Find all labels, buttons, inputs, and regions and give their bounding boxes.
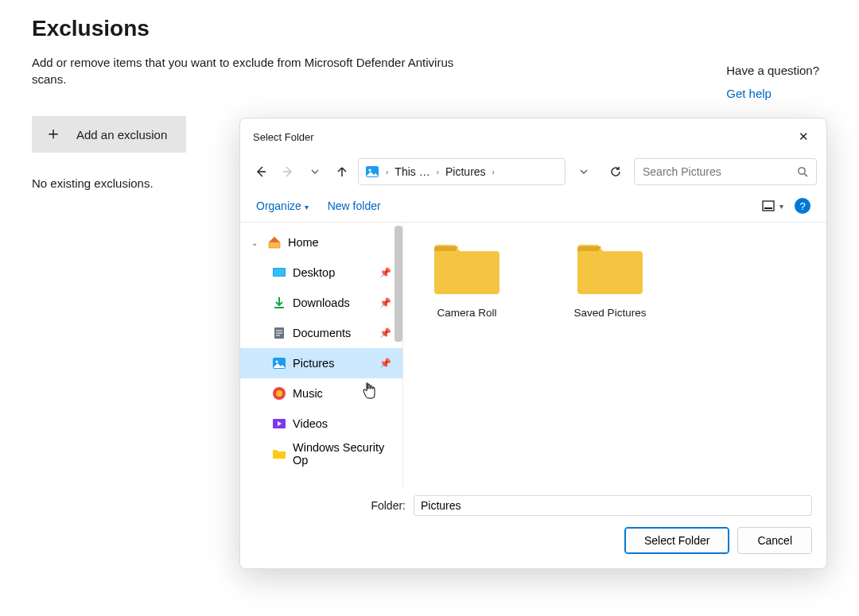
chevron-down-icon: ⌄ (251, 238, 261, 247)
svg-point-14 (275, 360, 278, 362)
tree-item-videos[interactable]: Videos (240, 409, 402, 439)
pin-icon: 📌 (379, 358, 391, 369)
page-description: Add or remove items that you want to exc… (32, 54, 477, 87)
document-icon (272, 326, 286, 340)
chevron-right-icon: › (386, 168, 388, 176)
recent-locations-button[interactable] (304, 159, 326, 184)
folder-name-input[interactable] (414, 495, 812, 516)
pin-icon: 📌 (379, 267, 391, 278)
folder-content: Camera Roll Saved Pictures (402, 223, 826, 489)
svg-line-3 (804, 173, 807, 176)
nav-back-button[interactable] (250, 159, 272, 184)
home-icon (267, 235, 282, 250)
svg-rect-5 (764, 207, 772, 209)
breadcrumb-pictures[interactable]: Pictures (445, 165, 486, 178)
svg-point-2 (799, 168, 805, 174)
add-exclusion-button[interactable]: ＋ Add an exclusion (32, 116, 186, 153)
search-box[interactable] (634, 158, 817, 185)
folder-label: Camera Roll (419, 307, 515, 319)
music-icon (272, 386, 286, 401)
pin-icon: 📌 (379, 297, 391, 308)
download-icon (272, 296, 286, 310)
get-help-link[interactable]: Get help (726, 87, 819, 100)
svg-rect-7 (274, 269, 285, 276)
tree-item-desktop[interactable]: Desktop 📌 (240, 258, 402, 288)
tree-item-label: Videos (293, 417, 328, 430)
new-folder-button[interactable]: New folder (328, 200, 381, 212)
cancel-button[interactable]: Cancel (737, 527, 812, 554)
tree-item-pictures[interactable]: Pictures 📌 (240, 348, 402, 378)
nav-forward-button[interactable] (277, 159, 299, 184)
folder-label: Saved Pictures (562, 307, 658, 319)
svg-rect-4 (763, 201, 774, 211)
organize-menu[interactable]: Organize ▾ (256, 200, 309, 212)
tree-item-label: Windows Security Op (293, 441, 402, 467)
tree-item-documents[interactable]: Documents 📌 (240, 318, 402, 348)
svg-point-1 (368, 169, 371, 171)
select-folder-dialog: Select Folder ✕ › This … › Pictures › (239, 118, 827, 569)
tree-item-folder[interactable]: Windows Security Op (240, 439, 402, 469)
tree-home-label: Home (288, 236, 319, 249)
help-title: Have a question? (726, 64, 819, 77)
tree-item-label: Downloads (293, 296, 350, 309)
tree-item-label: Documents (293, 327, 351, 339)
address-history-button[interactable] (570, 159, 597, 184)
folder-icon (272, 447, 286, 461)
refresh-button[interactable] (602, 159, 629, 184)
dialog-title: Select Folder (253, 131, 314, 143)
address-bar[interactable]: › This … › Pictures › (358, 158, 566, 185)
breadcrumb-this-pc[interactable]: This … (395, 165, 430, 178)
tree-item-downloads[interactable]: Downloads 📌 (240, 288, 402, 318)
desktop-icon (272, 265, 286, 280)
tree-item-music[interactable]: Music (240, 378, 402, 409)
chevron-right-icon: › (437, 168, 439, 176)
view-options-button[interactable]: ▾ (762, 200, 783, 211)
folder-saved-pictures[interactable]: Saved Pictures (562, 240, 658, 319)
page-title: Exclusions (32, 16, 827, 41)
tree-item-label: Music (293, 387, 323, 400)
folder-camera-roll[interactable]: Camera Roll (419, 240, 515, 319)
help-icon[interactable]: ? (795, 198, 810, 214)
videos-icon (272, 416, 286, 431)
folder-icon (574, 240, 646, 296)
search-input[interactable] (643, 165, 786, 178)
pictures-icon (272, 356, 286, 370)
svg-point-16 (276, 390, 282, 397)
nav-up-button[interactable] (331, 159, 353, 184)
tree-home[interactable]: ⌄ Home (240, 227, 402, 258)
tree-item-label: Pictures (293, 357, 334, 370)
nav-tree: ⌄ Home Desktop 📌 Downloads 📌 Documents 📌 (240, 223, 402, 489)
folder-name-label: Folder: (255, 499, 406, 512)
search-icon (797, 166, 808, 177)
pictures-icon (365, 165, 379, 179)
folder-icon (431, 240, 503, 296)
chevron-right-icon: › (492, 168, 495, 176)
plus-icon: ＋ (45, 125, 62, 142)
select-folder-button[interactable]: Select Folder (624, 527, 729, 554)
tree-item-label: Desktop (293, 266, 335, 279)
pin-icon: 📌 (379, 327, 391, 339)
add-exclusion-label: Add an exclusion (76, 128, 167, 141)
close-icon[interactable]: ✕ (792, 126, 815, 147)
